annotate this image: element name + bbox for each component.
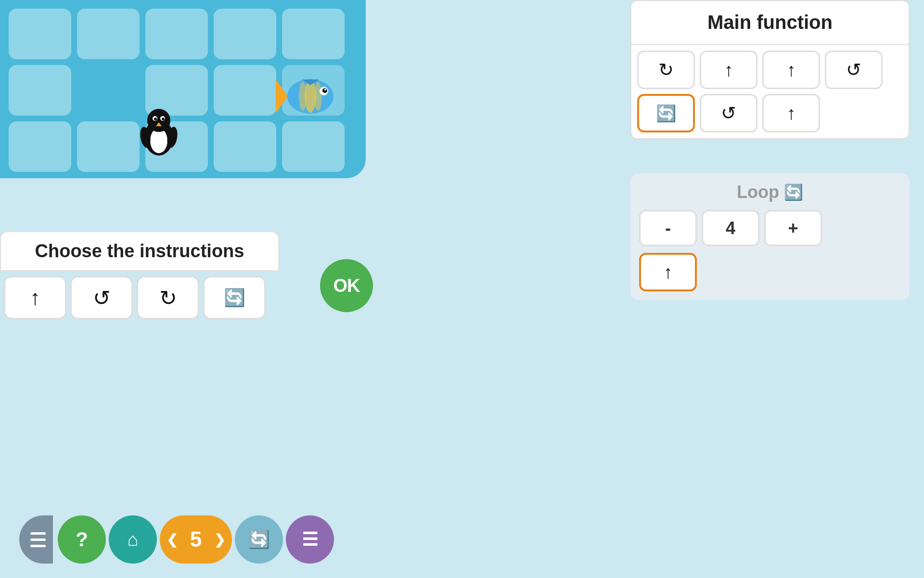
- loop-slot-up[interactable]: ↑: [639, 253, 697, 291]
- loop-icon: 🔄: [784, 183, 803, 201]
- main-function-rows: ↻ ↑ ↑ ↺ 🔄 ↺ ↑: [630, 45, 910, 139]
- instruction-btn-rotate-left[interactable]: ↺: [70, 276, 133, 319]
- bottom-nav: ? ⌂ ❮ 5 ❯ 🔄 ☰: [19, 515, 334, 564]
- nav-help-button[interactable]: ?: [58, 515, 106, 564]
- mf-btn-loop-1[interactable]: ↻: [637, 51, 695, 89]
- grid-cell: [77, 121, 140, 172]
- loop-panel: Loop 🔄 - 4 + ↑: [630, 173, 910, 300]
- penguin-character: [137, 106, 180, 159]
- grid-cell: [214, 65, 276, 116]
- loop-slots: ↑: [639, 253, 901, 291]
- loop-title: Loop 🔄: [639, 182, 901, 202]
- grid-cell: [214, 121, 276, 172]
- nav-level-selector[interactable]: ❮ 5 ❯: [160, 515, 232, 564]
- loop-plus-btn[interactable]: +: [764, 210, 822, 246]
- instruction-btn-loop[interactable]: 🔄: [203, 276, 266, 319]
- mf-btn-up-3[interactable]: ↑: [762, 94, 820, 132]
- grid-cell: [282, 121, 345, 172]
- instruction-btn-rotate-right[interactable]: ↻: [137, 276, 199, 319]
- main-function-panel: Main function ↻ ↑ ↑ ↺ 🔄 ↺ ↑: [630, 0, 910, 139]
- nav-menu-button[interactable]: [19, 515, 53, 564]
- nav-refresh-button[interactable]: 🔄: [235, 515, 283, 564]
- mf-btn-up-1[interactable]: ↑: [700, 51, 757, 89]
- grid-cell: [9, 65, 71, 116]
- mf-btn-up-2[interactable]: ↑: [762, 51, 820, 89]
- svg-point-17: [324, 89, 326, 91]
- grid-cell: [9, 9, 71, 59]
- svg-point-13: [299, 82, 307, 111]
- instruction-buttons-row: ↑ ↺ ↻ 🔄: [0, 271, 279, 324]
- svg-point-2: [147, 109, 170, 132]
- main-function-row1: ↻ ↑ ↑ ↺: [637, 51, 903, 89]
- grid-cell: [282, 9, 345, 59]
- main-function-title: Main function: [630, 0, 910, 45]
- loop-minus-btn[interactable]: -: [639, 210, 697, 246]
- mf-btn-loop-selected[interactable]: 🔄: [637, 94, 695, 132]
- level-chevron-right: ❯: [214, 532, 225, 548]
- level-chevron-left: ❮: [167, 532, 178, 548]
- nav-list-button[interactable]: ☰: [286, 515, 334, 564]
- svg-marker-10: [276, 79, 288, 113]
- fish-character: [273, 75, 336, 123]
- menu-line-3: [30, 545, 46, 547]
- mf-btn-rotate-left-1[interactable]: ↺: [825, 51, 883, 89]
- choose-instructions-title: Choose the instructions: [0, 231, 279, 271]
- loop-count: 4: [702, 210, 759, 246]
- instruction-btn-up[interactable]: ↑: [4, 276, 66, 319]
- grid-cell: [214, 9, 276, 59]
- mf-btn-rotate-left-2[interactable]: ↺: [700, 94, 757, 132]
- nav-home-button[interactable]: ⌂: [109, 515, 157, 564]
- grid-cell: [145, 9, 208, 59]
- svg-point-6: [162, 118, 165, 120]
- svg-point-14: [314, 82, 322, 111]
- main-function-row2: 🔄 ↺ ↑: [637, 94, 903, 132]
- svg-point-5: [154, 118, 157, 120]
- loop-controls: - 4 +: [639, 210, 901, 246]
- grid-cell: [9, 121, 71, 172]
- menu-line-2: [30, 539, 46, 541]
- level-number: 5: [190, 527, 202, 552]
- loop-label: Loop: [737, 182, 779, 202]
- ok-button[interactable]: OK: [320, 259, 373, 312]
- menu-line-1: [30, 532, 46, 535]
- grid-cell: [77, 9, 140, 59]
- choose-instructions-panel: Choose the instructions ↑ ↺ ↻ 🔄: [0, 231, 279, 324]
